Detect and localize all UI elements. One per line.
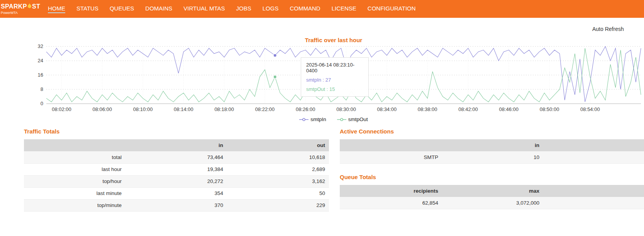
nav-item-logs[interactable]: LOGS: [263, 5, 279, 13]
nav-item-license[interactable]: LICENSE: [332, 5, 356, 13]
top-nav: SPARKP ST PowerMTA HOMESTATUSQUEUESDOMAI…: [0, 0, 644, 18]
table-cell: 73,464: [125, 151, 227, 163]
table-header-cell: [543, 185, 644, 197]
sparkpost-wordmark: SPARKP ST: [1, 3, 44, 10]
nav-item-domains[interactable]: DOMAINS: [145, 5, 172, 13]
active-connections-table: inSMTP10: [340, 139, 644, 164]
table-cell: last minute: [24, 187, 125, 199]
table-cell: 10,618: [227, 151, 329, 163]
table-header-cell: recipients: [340, 185, 442, 197]
legend-item-smtpin[interactable]: smtpIn: [299, 116, 326, 122]
x-tick-label: 08:34:00: [377, 106, 397, 112]
table-header-cell: [340, 139, 442, 151]
table-cell: 3,072,000: [442, 197, 543, 209]
tooltip-entry-smtpin: smtpIn : 27: [306, 77, 363, 83]
table-cell: 19,384: [125, 163, 227, 175]
table-cell: [543, 197, 644, 209]
chart-title: Traffic over last hour: [23, 37, 644, 43]
table-header-cell: [543, 139, 644, 151]
y-tick-label: 8: [41, 86, 43, 92]
chart-tooltip: 2025-06-14 08:23:10-0400 smtpIn : 27smtp…: [301, 57, 369, 97]
legend-label: smtpIn: [310, 116, 326, 122]
table-cell: 62,854: [340, 197, 442, 209]
x-tick-label: 08:54:00: [580, 106, 600, 112]
hover-marker-smtpout: [273, 75, 276, 79]
x-tick-label: 08:14:00: [174, 106, 193, 112]
table-cell: SMTP: [340, 151, 442, 163]
x-tick-label: 08:10:00: [133, 106, 153, 112]
x-tick-label: 08:26:00: [296, 106, 315, 112]
logo-text-st: ST: [32, 3, 40, 10]
nav-item-configuration[interactable]: CONFIGURATION: [368, 5, 416, 13]
x-tick-label: 08:38:00: [418, 106, 437, 112]
nav-item-command[interactable]: COMMAND: [290, 5, 320, 13]
traffic-totals-table: inouttotal73,46410,618last hour19,3842,6…: [24, 139, 329, 212]
queue-totals-table: recipientsmax62,8543,072,000: [340, 185, 644, 209]
chart-legend: smtpInsmtpOut: [23, 116, 644, 122]
table-cell: 229: [227, 199, 329, 211]
table-cell: 10: [442, 151, 543, 163]
queue-totals-title: Queue Totals: [340, 174, 376, 180]
x-tick-label: 08:42:00: [458, 106, 478, 112]
table-cell: 50: [227, 187, 329, 199]
table-row: SMTP10: [340, 151, 644, 163]
table-cell: 2,689: [227, 163, 329, 175]
table-cell: 354: [125, 187, 227, 199]
active-connections-title: Active Connections: [340, 128, 394, 135]
table-header-cell: in: [125, 139, 227, 151]
nav-item-status[interactable]: STATUS: [76, 5, 98, 13]
table-row: top/minute370229: [24, 199, 329, 211]
x-tick-label: 08:46:00: [499, 106, 519, 112]
nav-item-jobs[interactable]: JOBS: [236, 5, 251, 13]
nav-item-virtual-mtas[interactable]: VIRTUAL MTAS: [183, 5, 225, 13]
table-header-cell: out: [227, 139, 329, 151]
y-tick-label: 16: [38, 72, 43, 78]
table-cell: [543, 151, 644, 163]
table-header-cell: max: [442, 185, 543, 197]
table-cell: total: [24, 151, 125, 163]
legend-marker-icon: [299, 118, 308, 121]
y-tick-label: 24: [38, 58, 43, 63]
tooltip-timestamp: 2025-06-14 08:23:10-0400: [306, 62, 363, 74]
nav-menu: HOMESTATUSQUEUESDOMAINSVIRTUAL MTASJOBSL…: [48, 5, 416, 13]
hover-marker-smtpin: [273, 54, 276, 57]
table-row: top/hour20,2723,162: [24, 175, 329, 187]
table-cell: top/minute: [24, 199, 125, 211]
x-tick-label: 08:30:00: [336, 106, 356, 112]
table-row: last hour19,3842,689: [24, 163, 329, 175]
x-tick-label: 08:02:00: [52, 106, 71, 112]
legend-item-smtpout[interactable]: smtpOut: [337, 116, 368, 122]
table-row: total73,46410,618: [24, 151, 329, 163]
x-tick-label: 08:06:00: [92, 106, 112, 112]
x-tick-label: 08:50:00: [540, 106, 559, 112]
table-cell: 370: [125, 199, 227, 211]
y-tick-label: 32: [38, 43, 43, 49]
nav-item-home[interactable]: HOME: [48, 5, 65, 13]
legend-label: smtpOut: [348, 116, 368, 122]
table-row: 62,8543,072,000: [340, 197, 644, 209]
table-header-cell: [24, 139, 125, 151]
x-tick-label: 08:22:00: [255, 106, 275, 112]
table-cell: 20,272: [125, 175, 227, 187]
table-cell: top/hour: [24, 175, 125, 187]
auto-refresh-toggle[interactable]: Auto Refresh: [592, 26, 624, 32]
table-header-cell: in: [442, 139, 543, 151]
traffic-totals-title: Traffic Totals: [24, 128, 59, 135]
x-tick-label: 08:18:00: [214, 106, 234, 112]
table-cell: 3,162: [227, 175, 329, 187]
sparkpost-flame-icon: [27, 3, 32, 10]
sparkpost-logo[interactable]: SPARKP ST PowerMTA: [0, 3, 44, 15]
nav-item-queues[interactable]: QUEUES: [110, 5, 134, 13]
table-cell: last hour: [24, 163, 125, 175]
logo-text-spark: SPARKP: [1, 3, 27, 10]
tooltip-entry-smtpout: smtpOut : 15: [306, 86, 363, 92]
y-tick-label: 0: [41, 101, 43, 106]
logo-product-name: PowerMTA: [1, 11, 44, 15]
legend-marker-icon: [337, 118, 346, 121]
table-row: last minute35450: [24, 187, 329, 199]
